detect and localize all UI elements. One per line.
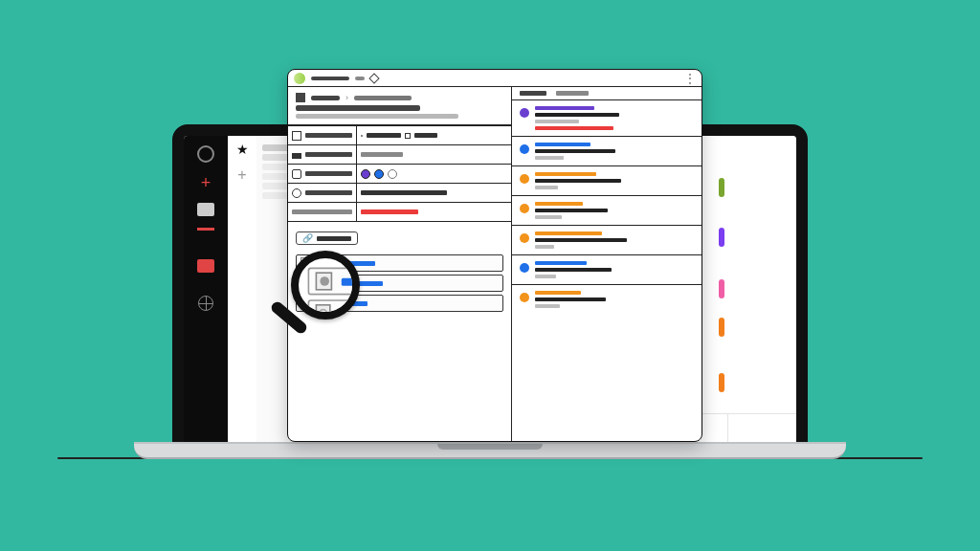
properties-table (288, 125, 511, 222)
tab-small[interactable] (355, 77, 365, 80)
event-pill[interactable] (719, 279, 724, 298)
add-avatar-icon[interactable] (388, 169, 397, 179)
feed-meta (535, 304, 560, 308)
breadcrumb[interactable] (311, 96, 340, 100)
user-icon (292, 169, 301, 179)
feed-title (535, 106, 594, 110)
menu-icon[interactable] (197, 145, 214, 163)
feed-item[interactable] (512, 100, 702, 137)
status-dot-icon (520, 263, 529, 273)
window-pill-icon (294, 73, 305, 84)
modal-titlebar: ⋮ (288, 70, 702, 87)
link-chip[interactable]: 🔗 (296, 231, 358, 245)
laptop-notch (437, 444, 543, 450)
status-dot-icon (520, 233, 529, 243)
feed-meta (535, 215, 562, 219)
globe-icon[interactable] (198, 296, 213, 311)
event-pill[interactable] (719, 178, 724, 197)
add-icon[interactable]: + (201, 174, 212, 191)
feed-title (535, 143, 590, 146)
prop-value[interactable] (361, 190, 447, 195)
prop-value[interactable] (361, 152, 403, 157)
prop-key (305, 190, 352, 195)
add-favorite-icon[interactable]: + (237, 166, 246, 184)
prop-row (288, 183, 511, 202)
link-icon: 🔗 (302, 233, 313, 243)
feed-line (535, 238, 627, 242)
feed-meta (535, 245, 554, 249)
detail-title (296, 105, 420, 111)
feed-tab[interactable] (520, 91, 546, 96)
star-icon[interactable]: ★ (236, 142, 249, 157)
status-dot-icon (520, 204, 529, 213)
camera-icon[interactable] (197, 259, 214, 273)
feed-tab[interactable] (556, 91, 589, 96)
breadcrumb[interactable] (354, 96, 412, 100)
prop-key (305, 152, 352, 157)
feed-line (535, 298, 606, 301)
feed-meta (535, 275, 556, 278)
feed-title (535, 291, 581, 295)
clock-icon (292, 188, 301, 198)
feed-alert-line (535, 126, 613, 130)
status-dot-icon (520, 174, 529, 184)
prop-value-alert[interactable] (361, 209, 418, 214)
laptop-base (134, 442, 846, 459)
prop-row (288, 164, 511, 183)
stage: + ★ + (0, 0, 980, 551)
event-pill[interactable] (719, 373, 724, 392)
prop-row (288, 202, 511, 221)
event-pill[interactable] (719, 318, 724, 337)
magnifier-lens (291, 251, 360, 320)
status-dot-icon (520, 293, 529, 302)
feed-title (535, 261, 587, 265)
record-icon[interactable] (197, 228, 214, 231)
avatar-icon[interactable] (374, 169, 384, 179)
square-icon (405, 133, 411, 139)
link-label (317, 236, 351, 241)
tag-icon (292, 153, 301, 159)
prop-row (288, 125, 511, 144)
avatar-icon[interactable] (361, 169, 370, 179)
feed-line (535, 179, 621, 183)
event-pill[interactable] (719, 228, 724, 247)
feed-line (535, 268, 612, 272)
feed-title (535, 202, 583, 206)
more-icon[interactable]: ⋮ (684, 73, 696, 84)
breadcrumb-icon (296, 93, 305, 102)
feed-meta (535, 120, 579, 123)
square-icon (292, 131, 301, 141)
feed-line (535, 113, 619, 117)
magnifier-icon (274, 245, 369, 341)
tab[interactable] (311, 77, 349, 80)
feed-title (535, 172, 596, 176)
circle-icon (361, 135, 363, 137)
detail-header: › (288, 87, 511, 125)
status-dot-icon (520, 144, 529, 154)
feed-item[interactable] (512, 226, 702, 255)
feed-item[interactable] (512, 285, 702, 314)
feed-item[interactable] (512, 137, 702, 166)
feed-meta (535, 156, 564, 160)
feed-title (535, 231, 602, 235)
feed-line (535, 149, 615, 153)
feed-tabs (512, 87, 702, 100)
feed-line (535, 209, 608, 212)
prop-key (305, 171, 352, 176)
feed-item[interactable] (512, 196, 702, 226)
feed-item[interactable] (512, 166, 702, 196)
detail-subtitle (296, 114, 458, 119)
prop-value[interactable] (367, 133, 401, 138)
home-icon[interactable] (197, 203, 214, 216)
feed-meta (535, 186, 558, 189)
prop-key (305, 133, 352, 138)
prop-row (288, 144, 511, 164)
expand-icon[interactable] (368, 73, 379, 83)
prop-key (292, 209, 352, 214)
status-dot-icon (520, 108, 529, 118)
app-sidebar: + (184, 136, 228, 446)
favorites-panel: ★ + (228, 136, 256, 446)
activity-feed (512, 87, 702, 441)
feed-item[interactable] (512, 255, 702, 285)
